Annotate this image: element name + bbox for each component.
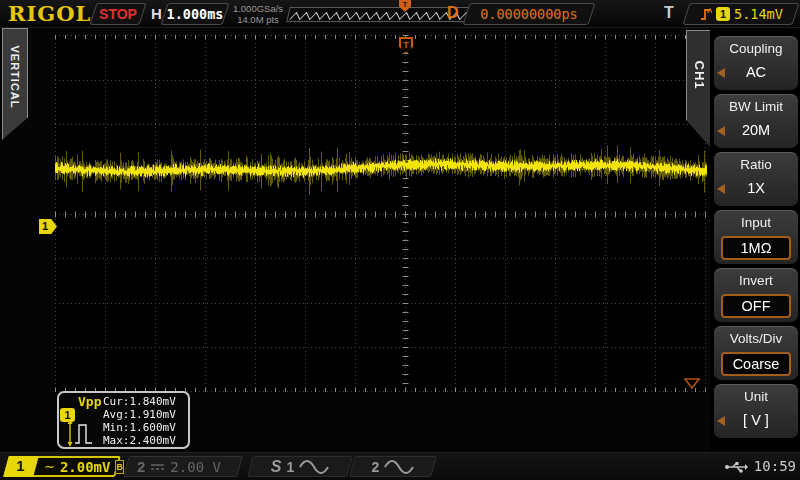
measurement-min: Min:1.600mV — [103, 421, 176, 434]
menu-item-invert[interactable]: Invert OFF — [714, 268, 798, 322]
menu-label: Unit — [714, 389, 798, 404]
menu-value: Coarse — [721, 352, 791, 376]
measurement-name: Vpp — [78, 394, 101, 409]
usb-icon — [724, 461, 748, 473]
softkey-menu: Coupling AC BW Limit 20M Ratio 1X Input … — [710, 28, 800, 452]
header-bar: RIGOL STOP H 1.000ms 1.000GSa/s 14.0M pt… — [0, 0, 800, 28]
oscilloscope-screen: RIGOL STOP H 1.000ms 1.000GSa/s 14.0M pt… — [0, 0, 800, 480]
status-bar: 1 ∼ 2.00mV B 2 2.00 V S 1 — [0, 452, 800, 480]
menu-label: Volts/Div — [714, 331, 798, 346]
menu-item-input[interactable]: Input 1MΩ — [714, 210, 798, 264]
channel2-scale: 2.00 V — [170, 459, 221, 475]
delay-display[interactable]: 0.00000000ps — [462, 3, 595, 25]
sine-wave-icon — [299, 460, 329, 474]
acquisition-info: 1.000GSa/s 14.0M pts — [229, 3, 287, 25]
source1-indicator[interactable]: S 1 — [247, 456, 353, 477]
trigger-slope-icon — [699, 7, 712, 21]
measurement-max: Max:2.400mV — [103, 434, 176, 447]
channel1-indicator[interactable]: 1 ∼ 2.00mV B — [3, 456, 121, 477]
menu-item-bw-limit[interactable]: BW Limit 20M — [714, 94, 798, 148]
bw-limit-badge: B — [115, 460, 124, 474]
trigger-display[interactable]: 1 5.14mV — [682, 3, 799, 25]
menu-item-volts-div[interactable]: Volts/Div Coarse — [714, 326, 798, 380]
measurement-cur: Cur:1.840mV — [103, 395, 176, 408]
menu-label: Invert — [714, 273, 798, 288]
clock: 10:59 — [754, 458, 796, 474]
source2-indicator[interactable]: 2 — [349, 456, 437, 477]
memory-depth: 14.0M pts — [229, 14, 287, 25]
ac-coupling-icon: ∼ — [44, 459, 55, 474]
delay-value: 0.00000000ps — [480, 6, 578, 22]
menu-value: OFF — [721, 294, 791, 318]
menu-value: 20M — [714, 122, 798, 138]
channel-menu-tab-label: CH1 — [692, 61, 707, 90]
menu-value: AC — [714, 64, 798, 80]
grid-canvas — [55, 35, 707, 392]
measurement-values: Cur:1.840mV Avg:1.910mV Min:1.600mV Max:… — [103, 395, 176, 447]
menu-value: 1X — [714, 180, 798, 196]
menu-value: [ V ] — [714, 412, 798, 428]
menu-item-coupling[interactable]: Coupling AC — [714, 36, 798, 90]
run-state-label: STOP — [99, 6, 137, 22]
run-state-indicator: STOP — [89, 3, 146, 25]
vertical-menu-tab: VERTICAL — [2, 28, 28, 140]
menu-label: Ratio — [714, 157, 798, 172]
rigol-logo: RIGOL — [8, 1, 91, 26]
menu-label: BW Limit — [714, 99, 798, 114]
horizontal-label: H — [151, 5, 162, 22]
menu-label: Input — [714, 215, 798, 230]
menu-value: 1MΩ — [721, 236, 791, 260]
vpp-measure-icon — [65, 419, 99, 447]
dc-coupling-icon — [150, 462, 165, 471]
channel2-number: 2 — [137, 458, 145, 475]
trigger-source-badge: 1 — [716, 7, 730, 21]
measurement-panel: Vpp 1 Cur:1.840mV Avg:1.910mV Min:1.600m… — [57, 391, 190, 449]
menu-item-unit[interactable]: Unit [ V ] — [714, 384, 798, 438]
trigger-level-arrow-icon[interactable] — [684, 378, 701, 390]
menu-item-ratio[interactable]: Ratio 1X — [714, 152, 798, 206]
timebase-display[interactable]: 1.000ms — [160, 3, 229, 25]
timebase-value: 1.000ms — [167, 6, 224, 22]
source2-number: 2 — [372, 459, 380, 475]
delay-label: D — [447, 4, 459, 22]
source-label: S — [271, 458, 282, 476]
trigger-level-value: 5.14mV — [734, 6, 783, 22]
menu-label: Coupling — [714, 41, 798, 56]
sine-wave-icon — [384, 460, 414, 474]
vertical-menu-tab-label: VERTICAL — [9, 46, 21, 109]
measurement-avg: Avg:1.910mV — [103, 408, 176, 421]
source1-number: 1 — [286, 459, 294, 475]
trigger-label: T — [664, 4, 674, 22]
sample-rate: 1.000GSa/s — [229, 3, 287, 14]
channel1-scale: 2.00mV — [60, 459, 111, 475]
channel2-indicator[interactable]: 2 2.00 V — [123, 456, 243, 477]
